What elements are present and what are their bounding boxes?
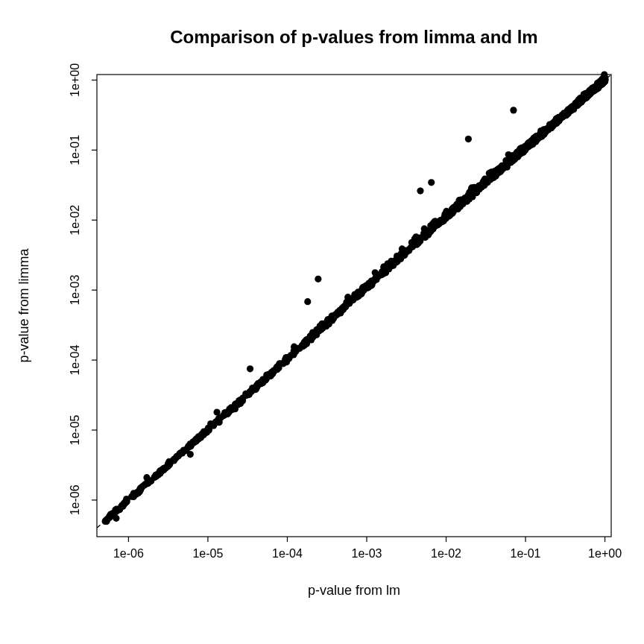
data-point (318, 326, 324, 333)
data-point (247, 365, 253, 372)
y-tick-label: 1e-02 (69, 205, 81, 236)
data-point (602, 75, 608, 82)
data-point (415, 238, 422, 244)
data-point (464, 197, 470, 203)
data-point (574, 102, 581, 109)
data-point (252, 386, 259, 393)
x-tick-label: 1e-06 (113, 547, 144, 560)
data-point (178, 449, 185, 456)
data-point (210, 422, 217, 429)
data-point (417, 187, 423, 194)
y-tick-label: 1e-05 (69, 414, 81, 445)
data-point (166, 461, 173, 467)
x-axis-label: p-value from lm (308, 583, 400, 598)
y-tick-label: 1e-01 (69, 135, 81, 165)
y-tick-label: 1e-06 (69, 484, 81, 515)
data-point (593, 86, 599, 92)
y-tick-label: 1e-04 (69, 345, 81, 376)
chart-container: Comparison of p-values from limma and lm… (0, 0, 644, 644)
data-point (242, 391, 249, 397)
data-point (528, 141, 534, 148)
data-point (121, 500, 127, 507)
x-tick-label: 1e-01 (511, 547, 541, 560)
x-tick-label: 1e-02 (431, 547, 461, 560)
y-tick-label: 1e-03 (69, 275, 81, 306)
data-point (385, 265, 391, 271)
data-point (373, 272, 379, 279)
data-point (213, 408, 220, 415)
data-point (145, 480, 151, 487)
data-point (359, 288, 365, 294)
data-point (195, 435, 201, 442)
data-point (154, 470, 161, 477)
data-point (271, 367, 278, 373)
data-point (224, 409, 230, 416)
data-point (497, 164, 504, 171)
data-point (290, 351, 297, 358)
data-point (143, 474, 150, 481)
data-point (301, 342, 308, 349)
data-point (135, 488, 142, 495)
scatter-plot: Comparison of p-values from limma and lm… (0, 0, 644, 644)
data-point (479, 183, 486, 189)
data-point (584, 92, 590, 98)
data-point (423, 228, 430, 235)
data-point (304, 298, 311, 305)
data-point (541, 128, 548, 135)
data-point (331, 314, 338, 321)
data-point (391, 258, 397, 265)
x-tick-label: 1e+00 (588, 547, 622, 560)
points (102, 71, 609, 525)
data-point (470, 188, 477, 195)
chart-title: Comparison of p-values from limma and lm (170, 27, 537, 47)
data-point (341, 303, 347, 310)
data-point (566, 106, 572, 113)
data-point (465, 136, 472, 142)
data-point (307, 332, 314, 339)
y-axis-label: p-value from limma (16, 247, 31, 362)
x-tick-label: 1e-04 (272, 547, 303, 560)
data-point (517, 150, 523, 157)
data-point (455, 201, 462, 207)
data-point (401, 247, 408, 254)
plot-area (97, 71, 611, 528)
x-tick-label: 1e-03 (352, 547, 382, 560)
x-tick-label: 1e-05 (192, 547, 223, 560)
data-point (505, 151, 512, 158)
y-tick-label: 1e+00 (69, 63, 81, 97)
data-point (443, 214, 449, 221)
data-point (232, 405, 239, 412)
data-point (510, 107, 517, 113)
data-point (428, 179, 435, 186)
data-point (294, 345, 301, 352)
data-point (187, 451, 194, 458)
data-point (348, 296, 355, 303)
data-point (263, 376, 270, 382)
data-point (487, 176, 493, 183)
data-point (113, 515, 119, 522)
data-point (315, 276, 321, 282)
data-point (203, 429, 209, 435)
data-point (257, 379, 264, 386)
data-point (282, 356, 288, 362)
